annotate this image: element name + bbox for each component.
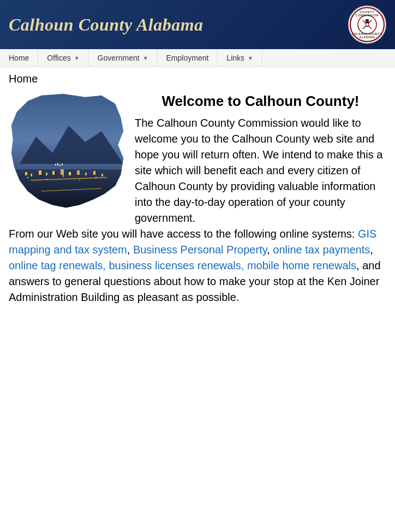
svg-rect-16 bbox=[77, 170, 80, 175]
svg-rect-9 bbox=[25, 172, 27, 175]
svg-point-24 bbox=[63, 175, 64, 177]
main-section: Welcome to Calhoun County! The Calhoun C… bbox=[9, 93, 386, 305]
county-map-image bbox=[9, 93, 126, 213]
nav-government-arrow: ▼ bbox=[143, 55, 148, 61]
seal-center bbox=[357, 15, 377, 34]
county-seal: COUNTY COMMISSION CALHOUN COUNTY, ALABAM… bbox=[348, 5, 386, 44]
nav-links-arrow: ▼ bbox=[248, 55, 253, 61]
svg-rect-29 bbox=[59, 164, 61, 166]
nav-offices[interactable]: Offices ▼ bbox=[38, 49, 88, 67]
svg-rect-14 bbox=[61, 169, 64, 175]
nav-government[interactable]: Government ▼ bbox=[89, 49, 158, 67]
page-breadcrumb: Home bbox=[9, 73, 386, 85]
svg-rect-19 bbox=[101, 174, 103, 176]
top-portion: Welcome to Calhoun County! The Calhoun C… bbox=[9, 93, 386, 226]
svg-rect-17 bbox=[85, 173, 87, 175]
svg-point-5 bbox=[366, 23, 369, 26]
svg-rect-27 bbox=[55, 164, 56, 165]
main-nav: Home Offices ▼ Government ▼ Employment L… bbox=[0, 49, 395, 67]
nav-home-label: Home bbox=[9, 54, 29, 62]
svg-rect-13 bbox=[52, 171, 55, 175]
svg-rect-18 bbox=[93, 171, 95, 175]
svg-rect-10 bbox=[31, 174, 32, 176]
nav-government-label: Government bbox=[98, 54, 140, 62]
svg-point-25 bbox=[79, 180, 80, 181]
page-content: Home bbox=[0, 67, 395, 316]
nav-home[interactable]: Home bbox=[0, 49, 38, 67]
body-text-continued: From our Web site you will have access t… bbox=[9, 226, 386, 305]
nav-links-label: Links bbox=[226, 54, 244, 62]
svg-rect-15 bbox=[69, 172, 71, 175]
nav-employment-label: Employment bbox=[166, 54, 209, 62]
seal-text-bottom: CALHOUN COUNTY, ALABAMA bbox=[351, 32, 384, 39]
nav-employment[interactable]: Employment bbox=[158, 49, 218, 67]
site-title: Calhoun County Alabama bbox=[9, 15, 204, 35]
svg-rect-12 bbox=[46, 173, 47, 175]
nav-offices-label: Offices bbox=[47, 54, 70, 62]
link-tax[interactable]: online tax payments bbox=[273, 244, 370, 256]
svg-rect-30 bbox=[62, 163, 63, 165]
nav-offices-arrow: ▼ bbox=[74, 55, 80, 61]
link-bpp[interactable]: Business Personal Property bbox=[133, 244, 267, 256]
seal-text-top: COUNTY COMMISSION bbox=[351, 10, 384, 17]
link-renewals[interactable]: online tag renewals, business licenses r… bbox=[9, 259, 356, 271]
svg-rect-28 bbox=[57, 163, 58, 165]
site-header: Calhoun County Alabama COUNTY COMMISSION… bbox=[0, 0, 395, 49]
svg-point-23 bbox=[46, 179, 47, 180]
svg-point-26 bbox=[95, 177, 97, 179]
nav-links[interactable]: Links ▼ bbox=[218, 49, 262, 67]
svg-rect-11 bbox=[39, 170, 41, 175]
svg-point-22 bbox=[27, 177, 29, 179]
